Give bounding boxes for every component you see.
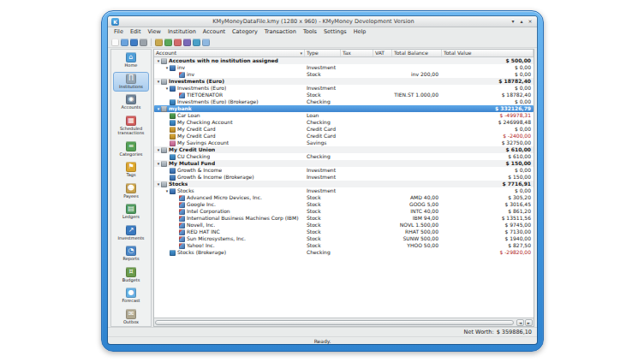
account-row-intel-corporation[interactable]: Intel CorporationStockINTC 40,00$ 861,20 (154, 208, 534, 215)
total-balance: RHAT 500,00 (392, 228, 442, 235)
account-row-my-credit-card[interactable]: My Credit CardCredit Card$ 0,00 (154, 126, 534, 133)
scroll-left-arrow-icon[interactable]: ◄ (516, 319, 524, 326)
account-row-car-loan[interactable]: Car LoanLoan$ -49978,31 (154, 112, 534, 119)
open-file-icon[interactable] (121, 39, 128, 46)
toolbar-action-5-icon[interactable] (193, 39, 200, 46)
scrollbar-slider[interactable] (155, 320, 514, 325)
account-row-my-credit-union[interactable]: ▾My Credit Union$ 610,00 (154, 146, 534, 153)
menu-settings[interactable]: Settings (320, 27, 350, 37)
account-row-stocks-brokerage[interactable]: Stocks (Brokerage)Checking$ -29820,00 (154, 249, 534, 256)
account-row-inv[interactable]: invStockinv 200,00$ 0,00 (154, 71, 534, 78)
account-type: Credit Card (305, 126, 341, 133)
sidebar-item-payees[interactable]: ☻Payees (113, 181, 149, 202)
menu-tools[interactable]: Tools (300, 27, 320, 37)
account-row-novell-inc[interactable]: Novell, Inc.StockNOVL 1.500,00$ 9745,00 (154, 222, 534, 228)
sidebar-item-home[interactable]: ⌂Home (113, 50, 149, 71)
menu-account[interactable]: Account (200, 27, 229, 37)
account-row-my-credit-card[interactable]: My Credit CardCredit Card$ -2400,00 (154, 133, 534, 139)
ledgers-icon: ▤ (126, 204, 136, 214)
menu-help[interactable]: Help (350, 27, 370, 37)
account-row-red-hat-inc[interactable]: RED HAT INCStockRHAT 500,00$ 7130,00 (154, 228, 534, 235)
total-value: $ 827,50 (442, 242, 534, 249)
account-row-sun-microsystems-inc[interactable]: Sun Microsystems, Inc.StockSUNW 500,00$ … (154, 235, 534, 242)
stock-icon (179, 216, 185, 222)
menu-file[interactable]: File (110, 27, 127, 37)
sidebar-item-outbox[interactable]: ✉Outbox (113, 307, 149, 328)
investment-icon (170, 175, 176, 181)
account-row-mybank[interactable]: ▾mybank$ 332126,79 (154, 105, 534, 112)
toolbar-action-4-icon[interactable] (183, 39, 191, 46)
column-header-total-value[interactable]: Total Value (442, 50, 534, 56)
account-row-google-inc[interactable]: Google Inc.StockGOOG 5,00$ 3016,45 (154, 201, 534, 208)
total-value: $ 18782,40 (442, 92, 534, 98)
account-row-yahoo-inc[interactable]: Yahoo! Inc.StockYHOO 50,00$ 827,50 (154, 242, 534, 249)
sidebar-item-reports[interactable]: ◔Reports (113, 244, 149, 264)
account-row-investments-euro[interactable]: ▾Investments (Euro)Investment$ 0,00 (154, 85, 534, 92)
account-row-cu-checking[interactable]: CU CheckingChecking$ 610,00 (154, 153, 534, 160)
sidebar-item-categories[interactable]: ≡Categories (113, 139, 149, 160)
sidebar-item-tags[interactable]: ⚑Tags (113, 160, 149, 181)
account-name: RED HAT INC (187, 228, 220, 235)
account-row-accounts-with-no-institution-assigned[interactable]: ▾Accounts with no institution assigned$ … (154, 57, 534, 64)
account-row-international-business-machines-corp-ibm[interactable]: International Business Machines Corp (IB… (154, 215, 534, 222)
account-name: CU Checking (177, 153, 210, 160)
account-row-stocks[interactable]: ▾Stocks$ 7716,91 (154, 181, 534, 187)
sidebar-item-forecast[interactable]: ●Forecast (113, 286, 149, 306)
column-header-type[interactable]: Type (305, 50, 341, 56)
sidebar-item-accounts[interactable]: ◉Accounts (113, 92, 149, 113)
minimize-button[interactable]: ▾ (510, 18, 516, 25)
sidebar-item-investments[interactable]: ↗Investments (113, 223, 149, 244)
total-value: $ 7130,00 (442, 228, 534, 235)
menu-transaction[interactable]: Transaction (261, 27, 300, 37)
horizontal-scrollbar[interactable]: ◄ ► (154, 317, 534, 326)
new-file-icon[interactable] (111, 39, 119, 46)
titlebar[interactable]: K KMyMoneyDataFile.kmy (1280 x 960) - KM… (108, 16, 537, 27)
account-row-advanced-micro-devices-inc[interactable]: Advanced Micro Devices, Inc.StockAMD 40,… (154, 194, 534, 201)
scroll-right-arrow-icon[interactable]: ► (525, 319, 533, 326)
account-row-my-mutual-fund[interactable]: ▾My Mutual Fund$ 150,00 (154, 160, 534, 167)
account-row-stocks[interactable]: ▾StocksInvestment$ 0,00 (154, 187, 534, 194)
account-row-my-savings-account[interactable]: My Savings AccountSavings$ 32750,00 (154, 139, 534, 146)
menu-category[interactable]: Category (229, 27, 261, 37)
account-name: Sun Microsystems, Inc. (187, 235, 246, 242)
kmymoney-app-icon: K (111, 18, 119, 26)
toolbar-action-3-icon[interactable] (174, 39, 182, 46)
column-header-vat[interactable]: VAT (373, 50, 392, 56)
account-row-tietoenator[interactable]: TIETOENATORStockTIEN.ST 1.000,00$ 18782,… (154, 92, 534, 98)
menu-view[interactable]: View (144, 27, 164, 37)
account-row-inv[interactable]: ▾invInvestment$ 0,00 (154, 64, 534, 71)
print-icon[interactable] (140, 39, 147, 46)
account-type: Loan (305, 112, 341, 119)
account-row-investments-euro-brokerage[interactable]: Investments (Euro) (Brokerage)Checking$ … (154, 98, 534, 105)
menubar: FileEditViewInstitutionAccountCategoryTr… (108, 27, 537, 37)
investment-icon (170, 65, 176, 71)
account-row-investments-euro[interactable]: ▾Investments (Euro)$ 18782,40 (154, 78, 534, 85)
toolbar-action-1-icon[interactable] (155, 39, 163, 46)
account-row-my-checking-account[interactable]: My Checking AccountChecking$ 246998,48 (154, 119, 534, 126)
account-type: Checking (305, 119, 341, 126)
institution-icon (161, 181, 167, 187)
sidebar-item-label: Institutions (119, 85, 143, 90)
account-row-growth-income[interactable]: Growth & IncomeInvestment$ 0,00 (154, 167, 534, 174)
account-type: Stock (305, 71, 341, 78)
sidebar-item-budgets[interactable]: ¤Budgets (113, 265, 149, 286)
column-header-total-balance[interactable]: Total Balance (392, 50, 442, 56)
net-worth-bar: Net Worth: $ 359886,10 (108, 327, 537, 336)
close-button[interactable]: × (527, 18, 534, 25)
account-name: My Savings Account (177, 139, 229, 146)
sidebar-item-ledgers[interactable]: ▤Ledgers (113, 202, 149, 223)
sidebar-item-institutions[interactable]: ΠInstitutions (113, 72, 149, 92)
account-type: Investment (305, 85, 341, 92)
total-value: $ 500,00 (442, 57, 534, 64)
maximize-button[interactable]: ▴ (518, 18, 525, 25)
menu-institution[interactable]: Institution (164, 27, 200, 37)
column-header-account[interactable]: Account▾ (154, 50, 305, 56)
column-header-tax[interactable]: Tax (341, 50, 373, 56)
account-name: Stocks (Brokerage) (177, 249, 226, 256)
sidebar-item-scheduled-transactions[interactable]: ▦Scheduled transactions (113, 114, 149, 139)
toolbar-action-6-icon[interactable] (202, 39, 210, 46)
menu-edit[interactable]: Edit (127, 27, 145, 37)
account-row-growth-income-brokerage[interactable]: Growth & Income (Brokerage)Investment$ 1… (154, 174, 534, 181)
save-file-icon[interactable] (130, 39, 138, 46)
toolbar-action-2-icon[interactable] (164, 39, 172, 46)
